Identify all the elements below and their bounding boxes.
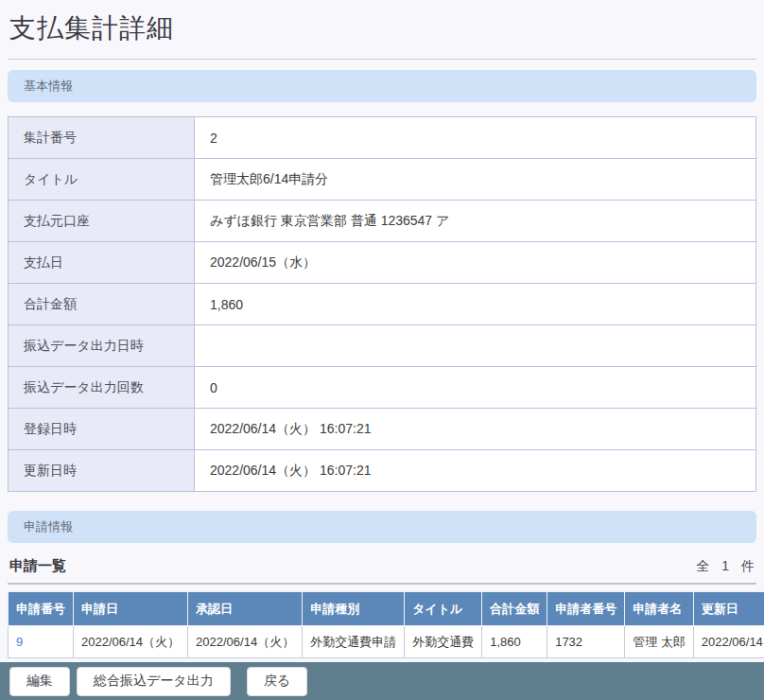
application-list-count: 全 1 件 <box>696 558 755 575</box>
table-header-row: 申請番号 申請日 承認日 申請種別 タイトル 合計金額 申請者番号 申請者名 更… <box>9 592 764 626</box>
column-header-approval-date: 承認日 <box>188 592 303 626</box>
basic-info-label: 振込データ出力回数 <box>9 367 195 409</box>
application-list-title: 申請一覧 <box>9 557 66 575</box>
back-button[interactable]: 戻る <box>247 667 307 696</box>
footer-action-bar: 編集 総合振込データ出力 戻る <box>0 662 764 700</box>
section-header-basic-info: 基本情報 <box>8 70 756 102</box>
column-header-applicant-name: 申請者名 <box>625 592 694 626</box>
basic-info-label: 合計金額 <box>9 284 195 325</box>
basic-info-value: 2022/06/14（火） 16:07:21 <box>195 450 756 492</box>
table-row: タイトル 管理太郎6/14申請分 <box>9 159 756 201</box>
table-row: 更新日時 2022/06/14（火） 16:07:21 <box>9 450 756 492</box>
transfer-data-output-button[interactable]: 総合振込データ出力 <box>77 667 231 696</box>
column-header-title: タイトル <box>405 592 482 626</box>
table-row: 支払日 2022/06/15（水） <box>9 242 756 284</box>
cell-application-number: 9 <box>9 626 74 658</box>
column-header-application-date: 申請日 <box>74 592 188 626</box>
basic-info-label: 振込データ出力日時 <box>9 325 195 367</box>
cell-approval-date: 2022/06/14（火） <box>188 626 303 658</box>
count-suffix: 件 <box>741 558 755 573</box>
cell-update-date: 2022/06/14（火） <box>693 626 764 658</box>
basic-info-label: 更新日時 <box>9 450 195 492</box>
basic-info-label: 集計番号 <box>9 117 195 159</box>
basic-info-value <box>195 325 756 367</box>
edit-button[interactable]: 編集 <box>9 667 70 696</box>
table-row: 振込データ出力日時 <box>9 325 756 367</box>
table-row: 支払元口座 みずほ銀行 東京営業部 普通 1236547 ア <box>9 201 756 242</box>
page-title: 支払集計詳細 <box>9 10 756 46</box>
cell-applicant-name: 管理 太郎 <box>625 626 694 658</box>
application-list-table: 申請番号 申請日 承認日 申請種別 タイトル 合計金額 申請者番号 申請者名 更… <box>8 591 764 658</box>
count-prefix: 全 <box>696 558 709 573</box>
application-list-divider <box>8 583 756 585</box>
table-row: 集計番号 2 <box>9 117 756 159</box>
basic-info-label: 登録日時 <box>9 409 195 450</box>
basic-info-value: みずほ銀行 東京営業部 普通 1236547 ア <box>195 201 756 242</box>
cell-application-type: 外勤交通費申請 <box>303 626 405 658</box>
basic-info-value: 1,860 <box>195 284 756 325</box>
basic-info-value: 2022/06/15（水） <box>195 242 756 284</box>
count-value: 1 <box>721 558 729 573</box>
cell-application-date: 2022/06/14（火） <box>74 626 188 658</box>
basic-info-table: 集計番号 2 タイトル 管理太郎6/14申請分 支払元口座 みずほ銀行 東京営業… <box>8 116 756 492</box>
column-header-update-date: 更新日 <box>693 592 764 626</box>
main-content: 支払集計詳細 基本情報 集計番号 2 タイトル 管理太郎6/14申請分 支払元口… <box>0 10 764 658</box>
cell-applicant-number: 1732 <box>547 626 625 658</box>
cell-title: 外勤交通費 <box>405 626 482 658</box>
basic-info-value: 2022/06/14（火） 16:07:21 <box>195 409 756 450</box>
column-header-applicant-number: 申請者番号 <box>547 592 625 626</box>
column-header-total-amount: 合計金額 <box>482 592 547 626</box>
basic-info-label: 支払日 <box>9 242 195 284</box>
table-row: 登録日時 2022/06/14（火） 16:07:21 <box>9 409 756 450</box>
basic-info-value: 管理太郎6/14申請分 <box>195 159 756 201</box>
section-header-application-info: 申請情報 <box>8 511 756 543</box>
table-row: 振込データ出力回数 0 <box>9 367 756 409</box>
application-list-head: 申請一覧 全 1 件 <box>9 557 755 575</box>
application-number-link[interactable]: 9 <box>16 635 23 649</box>
table-row: 合計金額 1,860 <box>9 284 756 325</box>
column-header-application-number: 申請番号 <box>9 592 74 626</box>
title-divider <box>8 59 756 60</box>
basic-info-label: 支払元口座 <box>9 201 195 242</box>
table-row: 9 2022/06/14（火） 2022/06/14（火） 外勤交通費申請 外勤… <box>9 626 764 658</box>
cell-total-amount: 1,860 <box>482 626 547 658</box>
column-header-application-type: 申請種別 <box>303 592 405 626</box>
basic-info-value: 0 <box>195 367 756 409</box>
basic-info-value: 2 <box>195 117 756 159</box>
basic-info-label: タイトル <box>9 159 195 201</box>
